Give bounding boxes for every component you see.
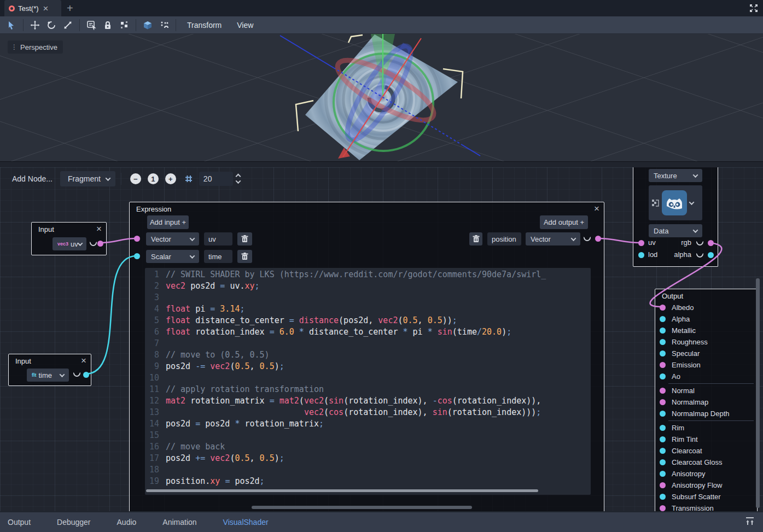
close-icon[interactable]: × [96,224,102,233]
snap-step-value: 20 [203,174,212,183]
output-port-specular: Specular [655,348,757,359]
port-dot[interactable] [660,436,666,442]
port-dot[interactable] [660,373,666,379]
graph-node-input-uv[interactable]: Input × vec3 uv [31,222,107,255]
port-dot[interactable] [660,471,666,477]
graph-hscrollbar[interactable] [252,506,472,509]
add-output-button[interactable]: Add output + [540,215,588,229]
graph-node-output[interactable]: Output AlbedoAlphaMetallicRoughnessSpecu… [655,289,758,511]
input-source-dropdown[interactable]: vec3 uv [53,237,86,250]
delete-input-button[interactable] [237,250,252,263]
port-dot[interactable] [660,328,666,334]
port-dot[interactable] [660,448,666,454]
port-dot[interactable] [660,425,666,431]
port-dot[interactable] [660,316,666,322]
move-tool-icon[interactable] [27,18,43,32]
preview-toggle-icon[interactable] [584,237,591,241]
bottom-tab-animation[interactable]: Animation [156,518,203,527]
new-tab-button[interactable]: + [61,0,79,16]
bottom-tab-audio[interactable]: Audio [110,518,143,527]
input-value: time [39,371,53,379]
graph-node-texture[interactable]: Texture [633,167,718,267]
add-input-button[interactable]: Add input + [147,215,189,229]
graph-canvas[interactable]: Input × vec3 uv Input × flt [0,167,763,511]
port-dot[interactable] [660,350,666,356]
close-icon[interactable]: × [594,204,599,213]
port-expression-position-out[interactable] [595,236,601,242]
port-texture-uv-in[interactable] [638,240,644,246]
output-name-field[interactable]: position [487,232,521,245]
port-texture-lod-in[interactable] [638,252,644,258]
lock-icon[interactable] [100,18,116,32]
graph-node-input-time[interactable]: Input × flt time [8,354,91,386]
input-type-dropdown[interactable]: Vector [146,232,199,245]
bottom-tab-visualshader[interactable]: VisualShader [217,518,275,527]
code-hscrollbar[interactable] [146,489,538,492]
preview-toggle-icon[interactable] [90,242,97,246]
delete-output-button[interactable] [469,232,482,245]
snap-mode-icon[interactable] [156,18,172,32]
scene-tab[interactable]: Test(*) × [4,0,61,16]
snap-step-spinbox[interactable]: 20 [199,172,233,186]
rotate-tool-icon[interactable] [43,18,60,32]
preview-toggle-icon[interactable] [696,253,703,258]
output-type-dropdown[interactable]: Vector [526,232,580,245]
shader-mode-dropdown[interactable]: Fragment [60,171,115,186]
group-icon[interactable] [116,18,132,32]
close-icon[interactable]: × [81,356,86,365]
graph-node-expression[interactable]: Expression × Add input + Add output + Ve… [129,202,604,511]
preview-toggle-icon[interactable] [73,372,80,377]
port-texture-rgb-out[interactable] [708,240,714,246]
preview-toggle-icon[interactable] [696,241,703,245]
add-node-button[interactable]: Add Node... [7,174,58,183]
port-dot[interactable] [660,505,666,511]
transform-menu[interactable]: Transform [179,16,229,34]
port-dot[interactable] [660,388,666,394]
zoom-reset-button[interactable]: 1 [148,173,159,184]
port-expression-uv-in[interactable] [134,236,140,242]
input-name-field[interactable]: uv [204,232,232,245]
port-time-out[interactable] [83,372,89,378]
port-dot[interactable] [660,362,666,368]
chevron-down-icon[interactable] [689,200,695,205]
chevron-down-icon [105,176,110,181]
port-label: Rim [672,424,684,432]
zoom-in-button[interactable]: + [165,173,176,184]
perspective-button[interactable]: ⋮ Perspective [8,40,63,54]
texture-source-dropdown[interactable]: Texture [649,169,702,182]
local-space-cube-icon[interactable] [139,18,156,32]
texture-data-dropdown[interactable]: Data [649,224,702,237]
port-texture-alpha-out[interactable] [708,252,714,258]
texture-preview[interactable] [649,185,702,220]
snap-step-stepper[interactable] [236,174,240,184]
port-expression-time-in[interactable] [134,253,140,259]
input-name-field[interactable]: time [204,250,232,263]
expression-code-editor[interactable]: 1// SWIRL SHADER by LKS (https://www.red… [145,268,591,495]
bottom-panel-tabs: OutputDebuggerAudioAnimationVisualShader [8,518,275,527]
list-select-icon[interactable] [83,18,100,32]
port-dot[interactable] [660,399,666,405]
expand-bottom-panel-icon[interactable] [744,517,755,528]
3d-viewport[interactable]: ⋮ Perspective [0,34,763,161]
fullscreen-icon[interactable] [744,0,763,16]
port-dot[interactable] [660,411,666,417]
port-uv-out[interactable] [97,241,103,247]
select-tool-icon[interactable] [3,18,20,32]
port-dot[interactable] [660,459,666,465]
input-source-dropdown[interactable]: flt time [27,369,69,382]
port-dot[interactable] [660,494,666,500]
port-dot[interactable] [660,482,666,488]
zoom-out-button[interactable]: − [130,173,141,184]
snap-toggle-button[interactable] [182,172,196,186]
input-type-dropdown[interactable]: Scalar [146,250,199,263]
graph-vscrollbar[interactable] [756,278,760,508]
delete-input-button[interactable] [237,232,252,245]
godot-editor-window: Test(*) × + [0,0,763,532]
port-dot[interactable] [660,305,666,311]
port-dot[interactable] [660,339,666,345]
close-icon[interactable]: × [43,4,49,13]
bottom-tab-output[interactable]: Output [8,518,37,527]
bottom-tab-debugger[interactable]: Debugger [50,518,97,527]
view-menu[interactable]: View [229,16,261,34]
scale-tool-icon[interactable] [60,18,76,32]
